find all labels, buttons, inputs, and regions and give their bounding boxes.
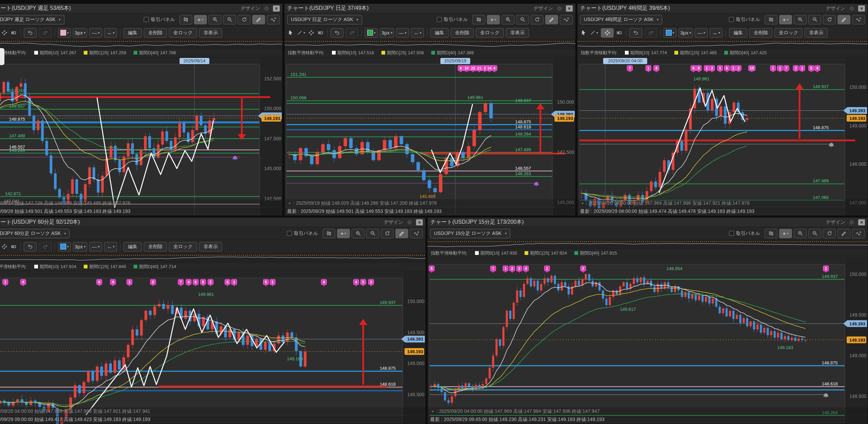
hide-button[interactable]: 非表示: [805, 28, 828, 38]
zoom-out-button[interactable]: [223, 15, 236, 24]
crosshair-button[interactable]: +▾: [779, 15, 792, 24]
edit-button[interactable]: 編集: [430, 28, 449, 38]
color-swatch-button[interactable]: ▾: [365, 28, 378, 38]
window-titlebar[interactable]: チャート(USD/JPY 週足 53/65本) デザイン ×: [0, 4, 282, 13]
rectangle-tool-button[interactable]: [616, 29, 623, 36]
window-titlebar[interactable]: チャート(USD/JPY 4時間足 39/65本) デザイン ×: [577, 4, 868, 13]
redo-button[interactable]: [39, 28, 52, 38]
chart-type-button[interactable]: [765, 229, 777, 238]
hide-button[interactable]: 非表示: [506, 28, 529, 38]
redo-button[interactable]: [346, 28, 358, 38]
line-tool-button[interactable]: ▾: [296, 29, 306, 36]
price-chart[interactable]: 149.937148.875148.6181464127465261514453…: [0, 271, 426, 424]
crosshair-button[interactable]: +▾: [779, 229, 792, 238]
symbol-timeframe-select[interactable]: USD/JPY 60分足 ローソク ASK▾: [0, 229, 70, 238]
zoom-in-button[interactable]: [352, 229, 364, 238]
hide-button[interactable]: 非表示: [199, 28, 222, 38]
close-button[interactable]: ×: [858, 5, 865, 12]
line-extend-select[interactable]: ↔▾: [710, 28, 723, 38]
parallel-line-tool-button[interactable]: [1, 29, 8, 36]
crosshair-button[interactable]: +▾: [337, 229, 350, 238]
line-style-select[interactable]: —▾: [396, 28, 409, 38]
gear-icon[interactable]: [849, 5, 855, 12]
line-extend-select[interactable]: ↔▾: [104, 242, 117, 251]
trade-panel-checkbox[interactable]: 取引パネル: [287, 230, 318, 237]
design-button[interactable]: デザイン: [534, 5, 553, 12]
chart-navigator[interactable]: [428, 240, 868, 249]
parallel-line-tool-button[interactable]: [601, 28, 614, 38]
line-extend-select[interactable]: ↔▾: [104, 28, 117, 38]
zoom-in-button[interactable]: [794, 229, 807, 238]
edit-button[interactable]: 編集: [123, 28, 142, 38]
trade-panel-checkbox[interactable]: 取引パネル: [437, 17, 468, 23]
color-swatch-button[interactable]: ▾: [58, 242, 71, 251]
undo-button[interactable]: [629, 28, 642, 38]
price-chart[interactable]: 149.937148.875147.489147.0652025/09/20 0…: [577, 57, 868, 216]
gear-icon[interactable]: [263, 5, 270, 12]
lock-all-button[interactable]: 全ロック: [774, 28, 803, 38]
draw-mode-button[interactable]: [837, 15, 850, 24]
cursor-tool-button[interactable]: [287, 29, 294, 36]
redo-button[interactable]: [39, 242, 52, 251]
symbol-timeframe-select[interactable]: USD/JPY 4時間足 ローソク ASK▾: [580, 15, 662, 24]
symbol-timeframe-select[interactable]: USD/JPY 日足 ローソク ASK▾: [287, 15, 362, 24]
price-chart[interactable]: 151.241150.068149.937148.875148.618148.2…: [284, 57, 575, 216]
rectangle-tool-button[interactable]: [10, 243, 17, 250]
gear-icon[interactable]: [407, 219, 413, 225]
redo-button[interactable]: [644, 28, 657, 38]
crosshair-button[interactable]: +▾: [487, 15, 500, 24]
delete-all-button[interactable]: 全削除: [749, 28, 772, 38]
design-button[interactable]: デザイン: [826, 5, 845, 12]
chart-navigator[interactable]: [284, 40, 575, 48]
line-width-select[interactable]: 3px▾: [73, 28, 87, 38]
refresh-button[interactable]: [531, 15, 544, 24]
delete-all-button[interactable]: 全削除: [451, 28, 474, 38]
trade-panel-checkbox[interactable]: 取引パネル: [144, 17, 175, 23]
zoom-out-button[interactable]: [516, 15, 529, 24]
symbol-timeframe-select[interactable]: USD/JPY 週足 ローソク ASK▾: [0, 15, 64, 24]
color-swatch-button[interactable]: ▾: [664, 28, 676, 38]
refresh-button[interactable]: [238, 15, 251, 24]
color-swatch-button[interactable]: ▾: [58, 28, 71, 38]
close-button[interactable]: ×: [416, 219, 423, 225]
line-style-select[interactable]: —▾: [89, 28, 102, 38]
refresh-button[interactable]: [823, 229, 836, 238]
chart-type-button[interactable]: [765, 15, 777, 24]
zoom-in-button[interactable]: [501, 15, 514, 24]
price-chart[interactable]: 149.937148.875148.618148.264571234121149…: [428, 258, 868, 424]
refresh-button[interactable]: [381, 229, 394, 238]
line-width-select[interactable]: 3px▾: [380, 28, 394, 38]
rectangle-tool-button[interactable]: [317, 29, 324, 36]
symbol-timeframe-select[interactable]: USD/JPY 15分足 ローソク ASK▾: [430, 229, 510, 238]
undo-button[interactable]: [24, 242, 37, 251]
zoom-out-button[interactable]: [366, 229, 379, 238]
gear-icon[interactable]: [849, 219, 855, 225]
indicator-button[interactable]: [410, 229, 423, 238]
rectangle-tool-button[interactable]: [10, 29, 17, 36]
draw-mode-button[interactable]: [252, 15, 265, 24]
indicator-button[interactable]: [852, 229, 865, 238]
line-extend-select[interactable]: ↔▾: [411, 28, 424, 38]
parallel-line-tool-button[interactable]: [1, 243, 8, 250]
edit-button[interactable]: 編集: [729, 28, 747, 38]
draw-mode-button[interactable]: [545, 15, 558, 24]
parallel-line-tool-button[interactable]: [308, 29, 315, 36]
zoom-in-button[interactable]: [209, 15, 221, 24]
refresh-button[interactable]: [823, 15, 836, 24]
chart-type-button[interactable]: [322, 229, 335, 238]
gear-icon[interactable]: [556, 5, 563, 12]
price-chart[interactable]: 151.241149.937148.875147.489146.557146.2…: [0, 57, 282, 216]
chart-navigator[interactable]: [577, 40, 868, 48]
line-style-select[interactable]: —▾: [89, 242, 102, 251]
chart-type-button[interactable]: [179, 15, 192, 24]
line-style-select[interactable]: —▾: [695, 28, 708, 38]
indicator-button[interactable]: [852, 15, 865, 24]
indicator-button[interactable]: [560, 15, 573, 24]
delete-all-button[interactable]: 全削除: [144, 242, 167, 251]
lock-all-button[interactable]: 全ロック: [169, 28, 197, 38]
trade-panel-checkbox[interactable]: 取引パネル: [729, 17, 760, 23]
zoom-out-button[interactable]: [808, 15, 821, 24]
lock-all-button[interactable]: 全ロック: [476, 28, 504, 38]
undo-button[interactable]: [331, 28, 343, 38]
draw-mode-button[interactable]: [837, 229, 850, 238]
